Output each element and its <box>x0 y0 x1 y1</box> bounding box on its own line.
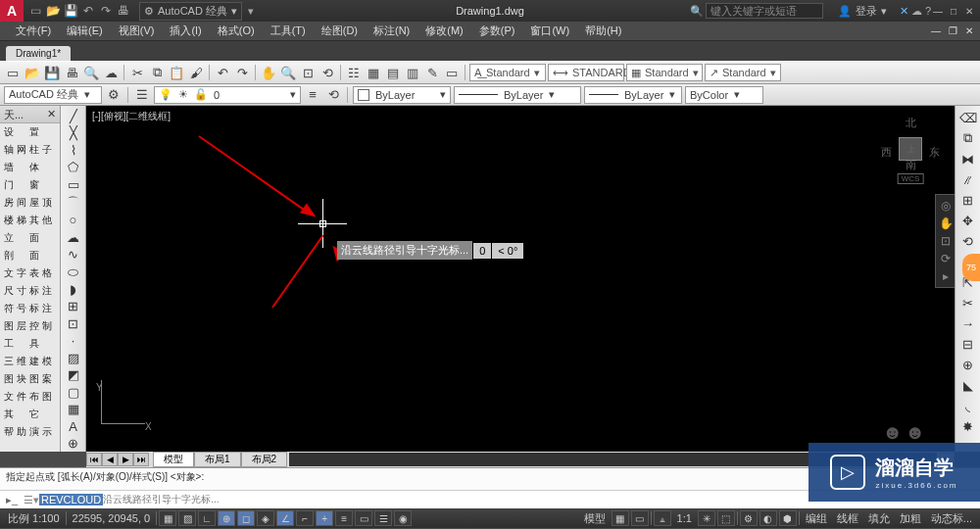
menu-parametric[interactable]: 参数(P) <box>471 24 523 38</box>
sb-ws-icon[interactable]: ⚙ <box>740 510 758 526</box>
workspace-dropdown[interactable]: ⚙ AutoCAD 经典 ▾ <box>139 2 242 21</box>
grid-button[interactable]: ▨ <box>178 510 196 526</box>
revcloud-icon[interactable]: ☁ <box>64 229 83 246</box>
exchange-icon[interactable]: ✕ <box>900 5 908 18</box>
document-tab[interactable]: Drawing1* <box>6 46 71 61</box>
menu-view[interactable]: 视图(V) <box>111 24 163 38</box>
text-style-dropdown[interactable]: A͟Standard▾ <box>469 64 546 81</box>
cut-icon[interactable]: ✂ <box>128 64 146 81</box>
menu-tools[interactable]: 工具(T) <box>263 24 314 38</box>
side-panel-header[interactable]: 天...✕ <box>0 106 60 123</box>
sheet-icon[interactable]: ▥ <box>404 64 421 81</box>
menu-insert[interactable]: 插入(I) <box>162 24 209 38</box>
status-fill[interactable]: 填允 <box>864 511 894 526</box>
color-dropdown[interactable]: ByLayer▾ <box>353 86 451 104</box>
publish-icon[interactable]: ☁ <box>102 64 120 81</box>
close-icon[interactable]: ✕ <box>962 4 976 18</box>
polar-button[interactable]: ⊕ <box>218 510 235 526</box>
tpy-button[interactable]: ▭ <box>355 510 372 526</box>
move-icon[interactable]: ✥ <box>958 211 978 230</box>
menu-format[interactable]: 格式(O) <box>210 24 263 38</box>
viewcube-wcs[interactable]: WCS <box>898 173 924 184</box>
menu-dimension[interactable]: 标注(N) <box>366 24 417 38</box>
designcenter-icon[interactable]: ▦ <box>365 64 382 81</box>
panel-item[interactable]: 墙 体 <box>0 159 60 176</box>
open-icon[interactable]: 📂 <box>24 64 41 81</box>
explode-icon[interactable]: ✸ <box>958 416 978 436</box>
sb-grid-icon[interactable]: ▦ <box>612 510 629 526</box>
properties-icon[interactable]: ☷ <box>345 64 363 81</box>
panel-item[interactable]: 三维建模 <box>0 353 60 370</box>
ellipse-icon[interactable]: ⬭ <box>64 264 83 280</box>
panel-item[interactable]: 工 具 <box>0 335 60 353</box>
rotate-icon[interactable]: ⟲ <box>958 231 978 251</box>
region-icon[interactable]: ▢ <box>64 384 83 401</box>
redo-icon[interactable]: ↷ <box>233 64 251 81</box>
layout-tab-1[interactable]: 布局1 <box>194 452 241 467</box>
pan-icon[interactable]: ✋ <box>939 216 954 230</box>
app-icon[interactable]: A <box>0 0 24 22</box>
sb-quickview-icon[interactable]: ▭ <box>631 510 649 526</box>
close-icon[interactable]: ✕ <box>47 108 56 120</box>
save-icon[interactable]: 💾 <box>63 3 78 19</box>
panel-item[interactable]: 立 面 <box>0 229 60 247</box>
extend-icon[interactable]: → <box>958 313 978 333</box>
print-icon[interactable]: 🖶 <box>116 3 131 19</box>
point-icon[interactable]: · <box>64 332 83 349</box>
pline-icon[interactable]: ⌇ <box>64 142 83 159</box>
rectangle-icon[interactable]: ▭ <box>64 176 83 193</box>
layer-manager-icon[interactable]: ☰ <box>133 86 151 104</box>
a360-icon[interactable]: ☁ <box>911 5 922 18</box>
fillet-icon[interactable]: ◟ <box>958 396 978 415</box>
layer-dropdown[interactable]: 💡☀🔓0▾ <box>154 86 301 104</box>
scroll-first-icon[interactable]: ⏮ <box>86 453 102 466</box>
array-icon[interactable]: ⊞ <box>958 190 978 210</box>
sb-hw-icon[interactable]: ◐ <box>760 510 777 526</box>
panel-item[interactable]: 图层控制 <box>0 317 60 335</box>
status-bold[interactable]: 加粗 <box>896 511 925 526</box>
mdi-minimize-icon[interactable]: ― <box>928 25 944 36</box>
lwt-button[interactable]: ≡ <box>335 510 353 526</box>
viewcube[interactable]: 北 西 东 上 南 WCS <box>881 116 940 184</box>
showmotion-icon[interactable]: ▸ <box>943 269 949 283</box>
spline-icon[interactable]: ∿ <box>64 247 83 264</box>
menu-modify[interactable]: 修改(M) <box>417 24 471 38</box>
hatch-icon[interactable]: ▨ <box>64 350 83 366</box>
zoom-extents-icon[interactable]: ⊡ <box>941 234 951 248</box>
preview-icon[interactable]: 🔍 <box>82 64 100 81</box>
panel-item[interactable]: 图块图案 <box>0 370 60 388</box>
menu-draw[interactable]: 绘图(D) <box>314 24 366 38</box>
minimize-icon[interactable]: ― <box>931 4 945 18</box>
chamfer-icon[interactable]: ◣ <box>958 375 978 395</box>
insert-icon[interactable]: ⊡ <box>64 315 83 332</box>
undo-icon[interactable]: ↶ <box>214 64 231 81</box>
new-icon[interactable]: ▭ <box>4 64 22 81</box>
panel-item[interactable]: 房间屋顶 <box>0 194 60 212</box>
offset-icon[interactable]: ⫽ <box>958 169 978 189</box>
help-badge[interactable]: 75 <box>962 254 980 281</box>
mdi-restore-icon[interactable]: ❐ <box>946 25 960 36</box>
status-group[interactable]: 编组 <box>802 511 831 526</box>
line-icon[interactable]: ╱ <box>64 108 83 124</box>
layout-tab-model[interactable]: 模型 <box>153 452 194 467</box>
block-icon[interactable]: ⊞ <box>64 298 83 314</box>
login-area[interactable]: 👤 登录 ▾ <box>838 4 887 19</box>
join-icon[interactable]: ⊕ <box>958 355 978 374</box>
plotstyle-dropdown[interactable]: ByColor▾ <box>685 86 763 104</box>
panel-item[interactable]: 文字表格 <box>0 264 60 282</box>
scroll-prev-icon[interactable]: ◀ <box>102 453 118 466</box>
trim-icon[interactable]: ✂ <box>958 293 978 313</box>
snap-button[interactable]: ▦ <box>159 510 176 526</box>
menu-file[interactable]: 文件(F) <box>8 24 59 38</box>
viewport-label[interactable]: [-][俯视][二维线框] <box>92 110 171 123</box>
drawing-canvas[interactable]: [-][俯视][二维线框] 沿云线路径引导十字光标... 0 < 0° Y X … <box>86 106 955 452</box>
circle-icon[interactable]: ○ <box>64 213 83 229</box>
layout-tab-2[interactable]: 布局2 <box>241 452 288 467</box>
help-search-input[interactable]: 键入关键字或短语 <box>706 3 823 19</box>
mdi-close-icon[interactable]: ✕ <box>962 25 976 36</box>
workspace-dd[interactable]: AutoCAD 经典▾ <box>4 86 102 104</box>
otrack-button[interactable]: ∠ <box>276 510 294 526</box>
search-icon[interactable]: 🔍 <box>690 5 704 18</box>
ducs-button[interactable]: ⌐ <box>296 510 314 526</box>
xline-icon[interactable]: ╳ <box>64 125 83 142</box>
